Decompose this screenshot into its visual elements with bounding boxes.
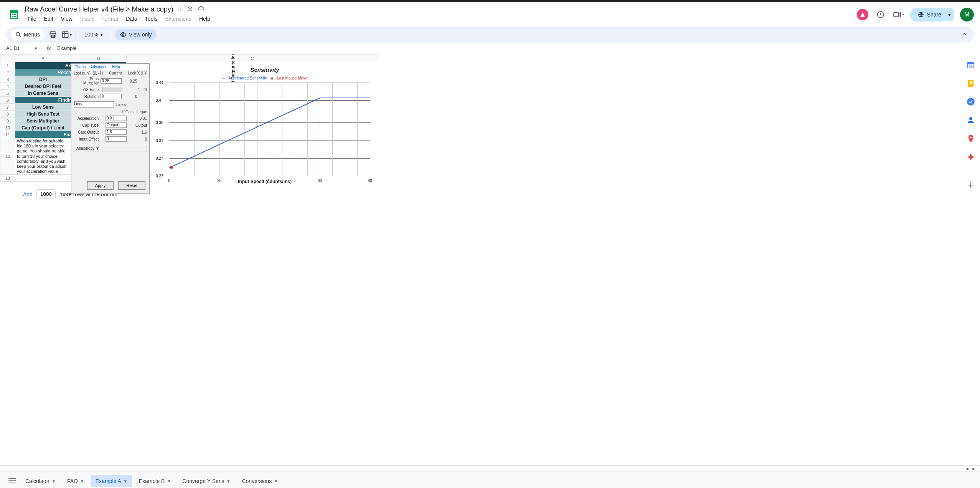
addon-icon[interactable] bbox=[966, 152, 975, 162]
row-header[interactable]: 10 bbox=[0, 124, 15, 131]
cell-a2[interactable]: Recommend bbox=[15, 69, 127, 76]
chevron-down-icon[interactable]: ▼ bbox=[167, 479, 171, 483]
select-all-corner[interactable] bbox=[0, 54, 15, 62]
menu-help[interactable]: Help bbox=[196, 14, 213, 23]
cell-a7[interactable]: Low Sens bbox=[15, 104, 71, 111]
eye-icon bbox=[120, 31, 127, 38]
svg-rect-30 bbox=[8, 482, 16, 483]
share-button[interactable]: Share bbox=[910, 8, 949, 22]
tab-conversions[interactable]: Conversions▼ bbox=[237, 475, 282, 487]
row-header[interactable]: 8 bbox=[0, 111, 15, 117]
col-header-b[interactable]: B bbox=[71, 54, 127, 62]
tab-example-a[interactable]: Example A▼ bbox=[91, 475, 132, 487]
cell-a10[interactable]: Cap (Output) / Limit bbox=[15, 124, 71, 131]
svg-point-16 bbox=[122, 34, 124, 36]
menu-file[interactable]: File bbox=[25, 14, 40, 23]
cell-a9[interactable]: Sens Multiplier bbox=[15, 117, 71, 124]
print-icon[interactable] bbox=[48, 30, 58, 39]
fx-icon: fx bbox=[45, 45, 53, 51]
row-header[interactable]: 11 bbox=[0, 131, 15, 138]
row-header[interactable]: 4 bbox=[0, 83, 15, 90]
cell-a3[interactable]: DPI bbox=[15, 76, 71, 83]
cell-a5[interactable]: In Game Sens bbox=[15, 90, 71, 97]
svg-rect-6 bbox=[894, 12, 899, 17]
collapse-toolbar-icon[interactable] bbox=[959, 29, 969, 40]
chevron-down-icon[interactable]: ▼ bbox=[52, 479, 56, 483]
cloud-icon[interactable] bbox=[198, 6, 205, 13]
namebox-dropdown[interactable]: ▼ bbox=[34, 46, 38, 51]
tab-example-b[interactable]: Example B▼ bbox=[134, 475, 176, 487]
sheets-logo[interactable] bbox=[6, 7, 21, 22]
row-header[interactable]: 12 bbox=[0, 138, 15, 175]
row-header[interactable]: 2 bbox=[0, 69, 15, 76]
share-label: Share bbox=[927, 12, 941, 18]
search-icon bbox=[15, 31, 21, 38]
move-icon[interactable] bbox=[187, 6, 193, 13]
anonymous-user-icon[interactable] bbox=[857, 9, 868, 20]
account-avatar[interactable]: M bbox=[960, 8, 974, 22]
svg-line-9 bbox=[19, 35, 21, 37]
svg-point-8 bbox=[16, 32, 20, 36]
add-addon-icon[interactable] bbox=[966, 180, 975, 190]
name-box[interactable]: A1:B1 bbox=[4, 44, 31, 52]
menu-data[interactable]: Data bbox=[123, 14, 140, 23]
menu-format: Format bbox=[98, 14, 121, 23]
chevron-down-icon[interactable]: ▼ bbox=[274, 479, 278, 483]
cell-c2[interactable] bbox=[127, 69, 378, 76]
cell-a6[interactable]: Finding a H bbox=[15, 97, 127, 104]
menus-search[interactable]: Menus bbox=[11, 29, 45, 40]
formula-bar[interactable]: Example bbox=[56, 44, 976, 52]
svg-point-23 bbox=[967, 98, 975, 106]
svg-rect-28 bbox=[8, 478, 16, 479]
tab-converge[interactable]: Converge Y Sens▼ bbox=[178, 475, 235, 487]
zoom-dropdown[interactable]: 100%▾ bbox=[80, 29, 107, 40]
history-icon[interactable] bbox=[874, 8, 887, 21]
tasks-icon[interactable] bbox=[966, 97, 975, 106]
maps-icon[interactable] bbox=[966, 134, 975, 143]
row-header[interactable]: 7 bbox=[0, 104, 15, 111]
add-rows-input[interactable] bbox=[36, 189, 56, 199]
svg-point-24 bbox=[969, 117, 972, 120]
cell-c1[interactable] bbox=[127, 62, 378, 69]
row-header[interactable]: 9 bbox=[0, 117, 15, 124]
chevron-down-icon[interactable]: ▼ bbox=[227, 479, 231, 483]
tab-calculator[interactable]: Calculator▼ bbox=[21, 475, 60, 487]
svg-rect-11 bbox=[50, 33, 56, 36]
row-header[interactable]: 1 bbox=[0, 62, 15, 69]
add-rows-suffix: more rows at the bottom bbox=[59, 191, 117, 197]
keep-icon[interactable] bbox=[966, 79, 975, 88]
row-header[interactable]: 3 bbox=[0, 76, 15, 83]
col-header-a[interactable]: A bbox=[15, 54, 71, 62]
menu-insert: Insert bbox=[77, 14, 97, 23]
meet-icon[interactable]: ▾ bbox=[893, 8, 904, 21]
menu-edit[interactable]: Edit bbox=[41, 14, 56, 23]
col-header-c[interactable]: C bbox=[127, 54, 378, 62]
share-dropdown[interactable]: ▾ bbox=[945, 8, 954, 22]
document-title[interactable]: Raw Accel Curve Helper v4 (File > Make a… bbox=[25, 5, 173, 13]
row-header[interactable]: 5 bbox=[0, 90, 15, 97]
cell-a12[interactable]: When testing for suitable hig 180's in y… bbox=[15, 138, 71, 175]
menu-extensions: Extensions bbox=[162, 14, 194, 23]
row-header[interactable]: 6 bbox=[0, 97, 15, 104]
calendar-icon[interactable]: 31 bbox=[966, 60, 975, 69]
menu-tools[interactable]: Tools bbox=[142, 14, 161, 23]
row-header[interactable]: 13 bbox=[0, 175, 15, 182]
chevron-down-icon[interactable]: ▼ bbox=[124, 479, 127, 483]
chevron-down-icon[interactable]: ▼ bbox=[80, 479, 84, 483]
contacts-icon[interactable] bbox=[966, 116, 975, 125]
cell-a8[interactable]: High Sens Test bbox=[15, 111, 71, 117]
view-only-badge[interactable]: View only bbox=[115, 29, 157, 40]
side-panel: 31 bbox=[961, 54, 980, 465]
horizontal-scrollbar[interactable]: ◄► bbox=[0, 465, 980, 471]
cell-a11[interactable]: Furthe bbox=[15, 131, 127, 138]
menu-view[interactable]: View bbox=[58, 14, 76, 23]
cell-a1[interactable]: Exan bbox=[15, 62, 127, 69]
svg-rect-13 bbox=[63, 32, 68, 38]
filter-views-icon[interactable]: ▾ bbox=[61, 30, 72, 39]
star-icon[interactable]: ☆ bbox=[177, 6, 182, 13]
all-sheets-button[interactable] bbox=[6, 475, 18, 487]
cell-a4[interactable]: Desired DPI Feel bbox=[15, 83, 71, 90]
svg-point-25 bbox=[970, 137, 972, 139]
tab-faq[interactable]: FAQ▼ bbox=[63, 475, 89, 487]
add-rows-link[interactable]: Add bbox=[23, 191, 33, 197]
